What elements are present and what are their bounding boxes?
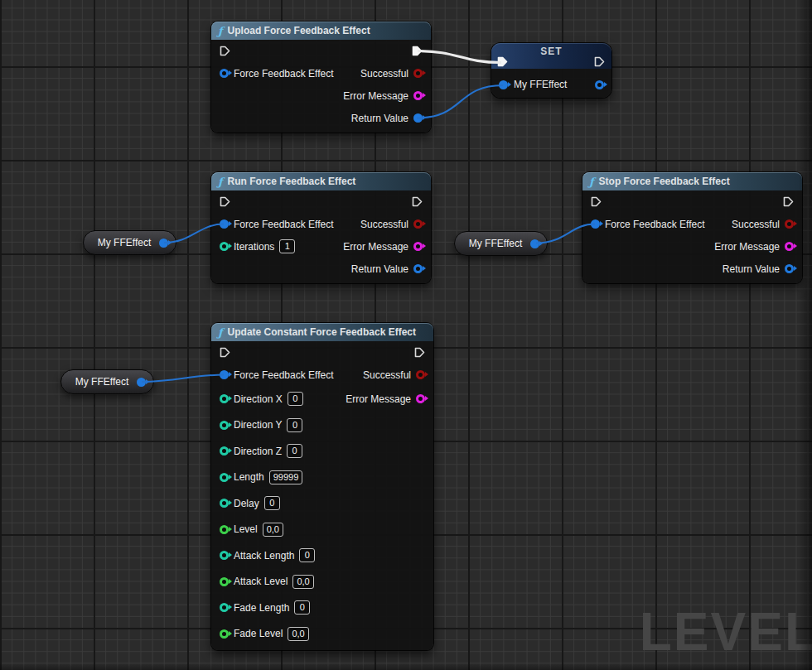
string-pin[interactable] — [785, 242, 794, 251]
int-pin[interactable] — [220, 242, 229, 251]
string-pin[interactable] — [413, 242, 423, 251]
pin-row: Delay 0 — [211, 490, 433, 517]
function-icon: ƒ — [218, 25, 223, 37]
var-get-node-my-ffeffect-stop[interactable]: My FFEffect — [454, 231, 548, 256]
var-get-node-my-ffeffect-update[interactable]: My FFEffect — [60, 369, 154, 394]
node-header[interactable]: ƒ Stop Force Feedback Effect — [582, 172, 802, 190]
variable-label: My FFEffect — [71, 376, 133, 388]
pin-label: Successful — [360, 68, 408, 80]
variable-label: My FFEffect — [94, 237, 155, 248]
fade-length-value-box[interactable]: 0 — [294, 600, 310, 615]
node-header[interactable]: ƒ Upload Force Feedback Effect — [211, 22, 431, 40]
attack-length-value-box[interactable]: 0 — [299, 548, 315, 562]
delay-value-box[interactable]: 0 — [264, 496, 280, 510]
bool-pin[interactable] — [413, 69, 423, 78]
exec-out-pin[interactable] — [783, 196, 794, 207]
float-pin[interactable] — [220, 525, 229, 534]
pin-row: Attack Level 0,0 — [211, 569, 433, 595]
pin-label: Force Feedback Effect — [605, 219, 705, 230]
pin-row: Fade Length 0 — [211, 595, 433, 621]
pin-row: Force Feedback Effect Successful — [211, 62, 431, 84]
exec-out-pin[interactable] — [414, 347, 425, 358]
pin-label: Successful — [360, 219, 408, 230]
pin-row: Return Value — [582, 258, 802, 280]
pin-row: Return Value — [211, 258, 431, 280]
float-pin[interactable] — [220, 577, 229, 586]
graph-watermark: LEVEL — [640, 605, 812, 658]
exec-out-pin[interactable] — [412, 196, 423, 207]
float-pin[interactable] — [220, 629, 229, 639]
pin-row: My FFEffect — [499, 79, 604, 90]
int-pin[interactable] — [220, 603, 229, 612]
node-set-my-ffeffect[interactable]: SET My FFEffect — [491, 43, 611, 98]
exec-out-pin[interactable] — [594, 56, 605, 67]
blueprint-graph-canvas[interactable]: LEVEL ƒ Upload Force Feedback Effect For… — [0, 0, 812, 670]
variable-label: My FFEffect — [465, 238, 526, 249]
object-pin[interactable] — [595, 80, 604, 89]
length-value-box[interactable]: 99999 — [269, 470, 303, 484]
function-icon: ƒ — [218, 176, 223, 188]
pin-label: Fade Level — [234, 628, 283, 639]
pin-label: Direction X — [234, 393, 283, 405]
node-title: Upload Force Feedback Effect — [228, 25, 370, 36]
pin-row: Error Message — [582, 235, 802, 258]
pin-row: Direction Z 0 — [211, 438, 433, 465]
pin-label: Iterations — [234, 241, 274, 253]
function-icon: ƒ — [218, 326, 223, 339]
pin-label: Error Message — [714, 241, 780, 253]
node-header[interactable]: ƒ Update Constant Force Feedback Effect — [211, 323, 433, 341]
node-header[interactable]: ƒ Run Force Feedback Effect — [211, 172, 431, 190]
node-update-constant-force-feedback-effect[interactable]: ƒ Update Constant Force Feedback Effect … — [211, 323, 433, 650]
int-pin[interactable] — [220, 446, 229, 456]
exec-row — [211, 190, 431, 213]
pin-label: Delay — [234, 498, 259, 509]
object-pin[interactable] — [413, 264, 423, 273]
string-pin[interactable] — [413, 91, 423, 100]
int-pin[interactable] — [220, 499, 229, 508]
object-pin[interactable] — [499, 80, 508, 89]
node-title: Update Constant Force Feedback Effect — [228, 326, 416, 338]
pin-row: Length 99999 — [211, 465, 433, 491]
bool-pin[interactable] — [416, 370, 425, 379]
pin-row: Force Feedback Effect Successful — [211, 213, 431, 235]
bool-pin[interactable] — [785, 219, 794, 229]
node-upload-force-feedback-effect[interactable]: ƒ Upload Force Feedback Effect Force Fee… — [211, 22, 431, 133]
iterations-value-box[interactable]: 1 — [279, 239, 295, 253]
direction-x-value-box[interactable]: 0 — [288, 392, 303, 406]
int-pin[interactable] — [220, 394, 229, 403]
direction-y-value-box[interactable]: 0 — [287, 418, 302, 432]
int-pin[interactable] — [220, 551, 229, 560]
pin-row: Direction X 0 Error Message — [211, 386, 433, 412]
node-title: Run Force Feedback Effect — [228, 176, 356, 187]
pin-label: Successful — [363, 369, 411, 381]
object-pin[interactable] — [220, 69, 229, 78]
string-pin[interactable] — [416, 394, 425, 403]
pin-row: Error Message — [211, 84, 431, 107]
exec-in-pin[interactable] — [220, 347, 230, 358]
direction-z-value-box[interactable]: 0 — [287, 444, 302, 458]
node-stop-force-feedback-effect[interactable]: ƒ Stop Force Feedback Effect Force Feedb… — [582, 172, 802, 283]
node-run-force-feedback-effect[interactable]: ƒ Run Force Feedback Effect Force Feedba… — [211, 172, 431, 283]
fade-level-value-box[interactable]: 0,0 — [288, 627, 308, 641]
pin-label: Error Message — [346, 393, 411, 405]
int-pin[interactable] — [220, 473, 229, 482]
exec-in-pin[interactable] — [591, 196, 602, 207]
var-get-node-my-ffeffect-run[interactable]: My FFEffect — [83, 230, 176, 255]
object-pin[interactable] — [785, 264, 794, 273]
pin-row: Force Feedback Effect Successful — [211, 364, 433, 386]
exec-row — [211, 40, 431, 62]
function-icon: ƒ — [589, 176, 594, 188]
attack-level-value-box[interactable]: 0,0 — [292, 575, 313, 589]
int-pin[interactable] — [220, 421, 229, 430]
level-value-box[interactable]: 0,0 — [263, 523, 283, 537]
exec-in-pin[interactable] — [220, 196, 230, 207]
pin-row: Return Value — [211, 107, 431, 129]
bool-pin[interactable] — [413, 219, 423, 229]
pin-label: Return Value — [351, 113, 408, 124]
node-title: SET — [491, 46, 611, 57]
exec-in-pin[interactable] — [220, 46, 230, 56]
pin-label: Successful — [732, 219, 780, 230]
pin-label: Force Feedback Effect — [234, 369, 334, 381]
pin-label: Force Feedback Effect — [234, 68, 334, 80]
exec-row — [582, 190, 802, 213]
